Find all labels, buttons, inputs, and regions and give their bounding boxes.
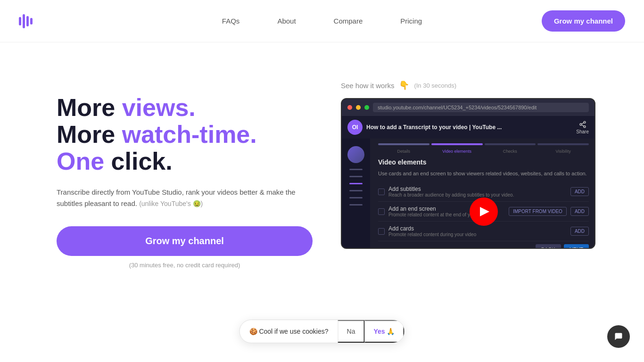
hero-section: More views. More watch-time. One click. … xyxy=(0,42,644,288)
add-endscreen-button[interactable]: ADD xyxy=(570,207,589,216)
browser-dot-yellow xyxy=(356,105,361,110)
add-cards-button[interactable]: ADD xyxy=(570,227,589,236)
import-from-video-button[interactable]: IMPORT FROM VIDEO xyxy=(509,207,567,216)
wizard-step-2 xyxy=(431,143,483,145)
wizard-label-checks: Checks xyxy=(485,149,536,154)
svg-point-1 xyxy=(580,123,582,125)
item-desc-3: Promote related content during your vide… xyxy=(388,232,476,237)
studio-section-title: Video elements xyxy=(378,158,589,166)
hero-right: See how it works 👇 (In 30 seconds) studi… xyxy=(341,80,597,249)
nav-cta-button[interactable]: Grow my channel xyxy=(542,10,625,32)
video-label: See how it works 👇 (In 30 seconds) xyxy=(341,80,597,90)
hero-subtext: Transcribe directly from YouTube Studio,… xyxy=(57,187,313,209)
video-container[interactable]: studio.youtube.com/channel/UC5234_+5234/… xyxy=(341,98,595,249)
hero-cta-note: (30 minutes free, no credit card require… xyxy=(57,262,313,269)
wizard-step-1 xyxy=(378,143,429,145)
sidebar-item-5 xyxy=(349,204,363,206)
hero-headline: More views. More watch-time. One click. xyxy=(57,94,313,175)
nav-pricing[interactable]: Pricing xyxy=(400,17,422,25)
end-screen-row: Add an end screen Promote related conten… xyxy=(378,202,589,222)
share-label: Share xyxy=(576,129,589,134)
add-subtitles-button[interactable]: ADD xyxy=(570,187,589,196)
nav-links: FAQs About Compare Pricing xyxy=(222,17,422,25)
wizard-nav-buttons: BACK NEXT xyxy=(378,244,589,249)
logo-bar-1 xyxy=(19,17,21,25)
item-desc-1: Reach a broader audience by adding subti… xyxy=(388,192,514,197)
nav-about[interactable]: About xyxy=(277,17,296,25)
play-triangle-icon xyxy=(480,207,489,216)
wizard-back-button[interactable]: BACK xyxy=(536,244,561,249)
video-seconds: (In 30 seconds) xyxy=(414,82,456,89)
wizard-label-details: Details xyxy=(378,149,429,154)
hero-left: More views. More watch-time. One click. … xyxy=(57,80,313,269)
browser-url: studio.youtube.com/channel/UC5234_+5234/… xyxy=(373,103,589,112)
sidebar-item-3 xyxy=(349,190,363,191)
headline-line1: More views. xyxy=(57,94,196,121)
wizard-step-4 xyxy=(537,143,589,145)
sidebar-item-active xyxy=(349,183,363,184)
wizard-steps xyxy=(378,143,589,145)
studio-area: Details Video elements Checks Visibility… xyxy=(342,139,594,249)
sidebar-item-1 xyxy=(349,169,363,170)
studio-main: Details Video elements Checks Visibility… xyxy=(372,139,594,249)
studio-item-left-1: Add subtitles Reach a broader audience b… xyxy=(378,186,514,197)
browser-dot-red xyxy=(347,105,352,110)
logo[interactable] xyxy=(19,14,33,28)
wizard-label-video-elements: Video elements xyxy=(431,149,483,154)
sidebar-item-4 xyxy=(349,197,363,198)
navbar: FAQs About Compare Pricing Grow my chann… xyxy=(0,0,644,42)
svg-point-0 xyxy=(584,121,586,123)
item-checkbox-2 xyxy=(378,208,385,215)
browser-dot-green xyxy=(364,105,369,110)
svg-point-2 xyxy=(584,125,586,127)
cookie-text: 🍪 Cool if we use cookies? xyxy=(240,321,338,342)
channel-avatar: OI xyxy=(347,120,363,135)
logo-bar-2 xyxy=(23,14,25,28)
studio-sidebar xyxy=(342,139,370,249)
yt-video-title: How to add a Transcript to your video | … xyxy=(366,124,502,131)
headline-line3: One click. xyxy=(57,148,173,175)
wizard-step-3 xyxy=(485,143,536,145)
nav-faqs[interactable]: FAQs xyxy=(222,17,240,25)
item-checkbox-1 xyxy=(378,189,385,195)
svg-line-4 xyxy=(581,123,584,124)
chat-icon xyxy=(614,332,623,341)
logo-icon xyxy=(19,14,33,28)
play-button[interactable] xyxy=(470,197,498,226)
yt-header: OI How to add a Transcript to your video… xyxy=(342,116,594,139)
studio-subtitle: Use cards and an end screen to show view… xyxy=(378,171,589,176)
endscreen-actions: IMPORT FROM VIDEO ADD xyxy=(509,207,589,216)
wizard-label-visibility: Visibility xyxy=(537,149,589,154)
sidebar-item-2 xyxy=(349,176,363,177)
logo-bar-4 xyxy=(30,18,33,25)
studio-item-left-3: Add cards Promote related content during… xyxy=(378,225,476,237)
video-label-text: See how it works xyxy=(341,82,394,90)
share-button[interactable]: Share xyxy=(576,121,589,134)
nav-compare[interactable]: Compare xyxy=(334,17,363,25)
svg-line-3 xyxy=(581,125,584,126)
chat-button[interactable] xyxy=(607,325,630,348)
cookie-na-button[interactable]: Na xyxy=(338,320,365,343)
sidebar-avatar xyxy=(347,146,364,163)
logo-bar-3 xyxy=(26,16,29,26)
item-label-3: Add cards xyxy=(388,225,476,232)
browser-bar: studio.youtube.com/channel/UC5234_+5234/… xyxy=(342,99,594,116)
yt-header-left: OI How to add a Transcript to your video… xyxy=(347,120,502,135)
hero-cta-button[interactable]: Grow my channel xyxy=(57,226,313,256)
wizard-labels: Details Video elements Checks Visibility xyxy=(378,149,589,154)
hand-icon: 👇 xyxy=(399,80,409,90)
cookie-banner: 🍪 Cool if we use cookies? Na Yes 🙏 xyxy=(239,320,405,343)
wizard-next-button[interactable]: NEXT xyxy=(564,244,589,249)
item-label-1: Add subtitles xyxy=(388,186,514,192)
item-checkbox-3 xyxy=(378,228,385,235)
headline-line2: More watch-time. xyxy=(57,121,257,148)
cookie-yes-button[interactable]: Yes 🙏 xyxy=(364,320,404,343)
